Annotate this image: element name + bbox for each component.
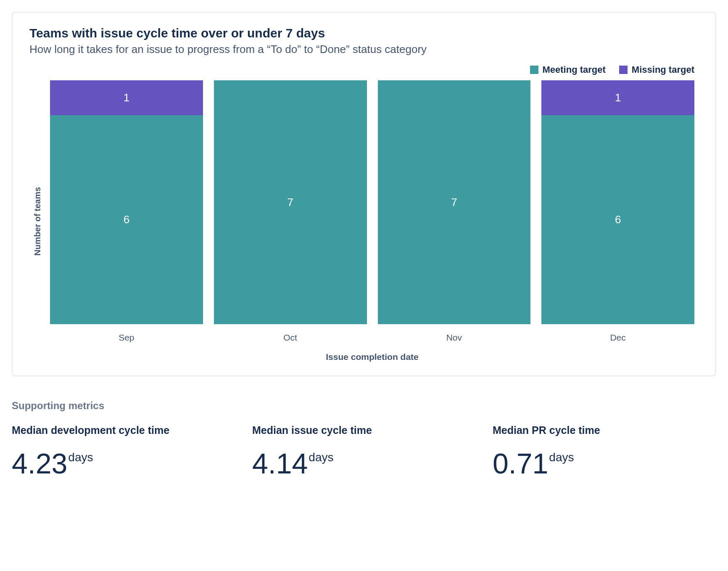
metric-label: Median development cycle time [12, 424, 235, 436]
bar-stack: 16 [50, 80, 203, 324]
legend-label-missing: Missing target [632, 64, 694, 75]
bar-segment-missing: 1 [50, 80, 203, 115]
metric-unit: days [549, 452, 574, 463]
metric-number: 4.23 [12, 449, 67, 478]
bar-column: 16 [541, 80, 694, 324]
supporting-metrics-section: Supporting metrics Median development cy… [12, 400, 716, 478]
bars-row: 167716 [46, 80, 699, 324]
bar-stack: 16 [541, 80, 694, 324]
legend-item-missing: Missing target [619, 64, 694, 75]
metrics-row: Median development cycle time4.23daysMed… [12, 424, 716, 478]
supporting-heading: Supporting metrics [12, 400, 716, 412]
chart-area: Number of teams 167716 SepOctNovDec Issu… [29, 80, 699, 362]
bar-segment-meeting: 7 [378, 80, 531, 324]
bar-column: 16 [50, 80, 203, 324]
y-axis-label: Number of teams [29, 80, 46, 362]
bar-segment-meeting: 6 [541, 115, 694, 324]
plot-area: 167716 SepOctNovDec Issue completion dat… [46, 80, 699, 362]
metric-unit: days [68, 452, 93, 463]
legend-item-meeting: Meeting target [530, 64, 606, 75]
metric-number: 4.14 [252, 449, 308, 478]
chart-card: Teams with issue cycle time over or unde… [12, 12, 716, 376]
bar-stack: 7 [214, 80, 367, 324]
bar-segment-meeting: 6 [50, 115, 203, 324]
metric-label: Median PR cycle time [493, 424, 716, 436]
legend-swatch-missing [619, 66, 628, 74]
chart-subtitle: How long it takes for an issue to progre… [29, 43, 699, 56]
x-tick-label: Oct [214, 333, 367, 343]
chart-legend: Meeting target Missing target [29, 64, 699, 75]
x-axis-label: Issue completion date [46, 352, 699, 362]
metric-value: 4.23days [12, 449, 235, 478]
x-tick-label: Sep [50, 333, 203, 343]
metric-label: Median issue cycle time [252, 424, 476, 436]
legend-label-meeting: Meeting target [543, 64, 606, 75]
x-tick-label: Nov [378, 333, 531, 343]
metric-value: 4.14days [252, 449, 476, 478]
bar-stack: 7 [378, 80, 531, 324]
bar-column: 7 [378, 80, 531, 324]
bar-segment-meeting: 7 [214, 80, 367, 324]
metric-number: 0.71 [493, 449, 548, 478]
chart-title: Teams with issue cycle time over or unde… [29, 26, 699, 40]
x-ticks: SepOctNovDec [46, 333, 699, 343]
metric-unit: days [309, 452, 333, 463]
bar-segment-missing: 1 [541, 80, 694, 115]
metric-card: Median development cycle time4.23days [12, 424, 235, 478]
metric-card: Median PR cycle time0.71days [493, 424, 716, 478]
metric-value: 0.71days [493, 449, 716, 478]
metric-card: Median issue cycle time4.14days [252, 424, 476, 478]
x-tick-label: Dec [541, 333, 694, 343]
legend-swatch-meeting [530, 66, 538, 74]
bar-column: 7 [214, 80, 367, 324]
